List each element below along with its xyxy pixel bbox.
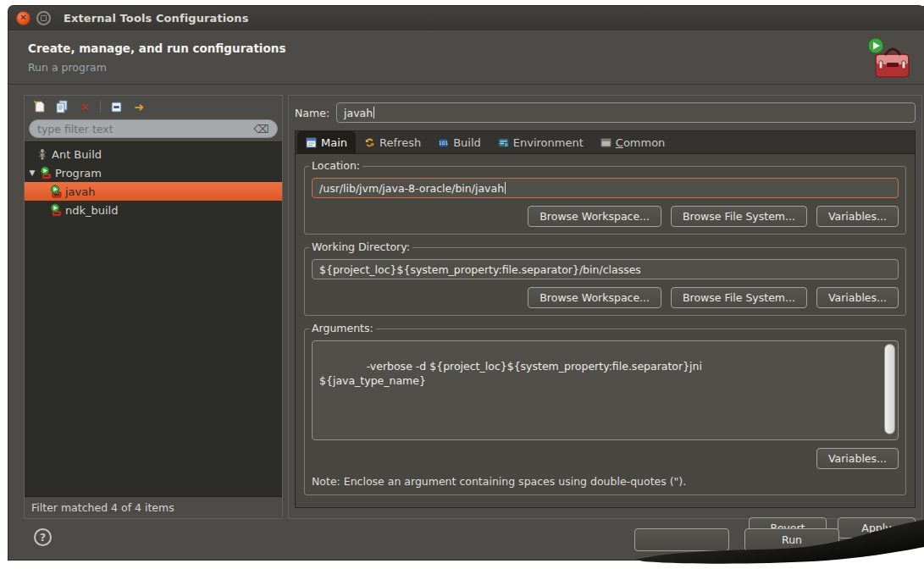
window-restore-button[interactable]: [36, 11, 51, 25]
arguments-group-label: Arguments:: [309, 322, 376, 334]
expander-icon[interactable]: ▼: [26, 168, 38, 177]
workdir-browse-filesystem-button[interactable]: Browse File System...: [671, 287, 807, 308]
tab-label: Build: [453, 136, 481, 149]
tab-strip: Main Refresh 101 Buil: [295, 130, 916, 153]
filter-status: Filter matched 4 of 4 items: [25, 497, 282, 518]
svg-text:101: 101: [439, 140, 449, 146]
workdir-variables-button[interactable]: Variables...: [816, 287, 899, 308]
location-buttons: Browse Workspace... Browse File System..…: [312, 206, 899, 227]
filter-clear-icon[interactable]: ⌫: [254, 124, 269, 135]
main-tab-content: Location: /usr/lib/jvm/java-8-oracle/bin…: [295, 153, 916, 508]
filter-configurations-button[interactable]: ➜: [131, 99, 147, 114]
help-button[interactable]: ?: [34, 528, 52, 546]
tree-item-label: Program: [55, 167, 102, 180]
text-caret: [373, 107, 374, 119]
text-caret: [505, 182, 506, 194]
working-directory-value: ${project_loc}${system_property:file.sep…: [319, 263, 641, 276]
main-tab-icon: [306, 137, 317, 148]
dialog-header: Create, manage, and run configurations R…: [8, 30, 924, 85]
collapse-all-button[interactable]: [108, 99, 124, 114]
tree-item-ndk-build[interactable]: ndk_build: [25, 201, 282, 219]
tab-label-mnemonic: C: [616, 136, 623, 149]
delete-configuration-button[interactable]: ✕: [77, 99, 92, 114]
program-icon: [48, 185, 63, 198]
refresh-tab-icon: [364, 137, 375, 148]
tab-environment[interactable]: Environment: [490, 131, 592, 153]
working-directory-group-label: Working Directory:: [309, 240, 412, 253]
tab-main[interactable]: Main: [297, 131, 356, 153]
help-icon: ?: [40, 531, 47, 544]
location-input[interactable]: /usr/lib/jvm/java-8-oracle/bin/javah: [312, 178, 899, 198]
tree-item-label: Ant Build: [52, 148, 102, 161]
window-title: External Tools Configurations: [64, 12, 249, 25]
name-input[interactable]: javah: [336, 102, 916, 123]
external-tools-dialog: ✕ External Tools Configurations Create, …: [8, 6, 924, 560]
screenshot-page: ✕ External Tools Configurations Create, …: [0, 0, 924, 569]
tab-common[interactable]: Common: [592, 131, 674, 153]
tree-item-ant-build[interactable]: Ant Build: [25, 145, 282, 163]
duplicate-configuration-button[interactable]: [54, 99, 69, 114]
configurations-tree: Ant Build ▼ Program: [25, 141, 282, 497]
location-group: Location: /usr/lib/jvm/java-8-oracle/bin…: [304, 166, 906, 235]
apply-button[interactable]: Apply: [838, 517, 916, 539]
tab-refresh[interactable]: Refresh: [356, 131, 429, 153]
working-directory-input[interactable]: ${project_loc}${system_property:file.sep…: [312, 259, 899, 279]
filter-input[interactable]: [37, 123, 254, 135]
configuration-detail-panel: Name: javah Main: [288, 95, 922, 519]
tree-item-javah[interactable]: javah: [25, 182, 282, 201]
titlebar: ✕ External Tools Configurations: [8, 6, 924, 30]
location-browse-workspace-button[interactable]: Browse Workspace...: [528, 206, 661, 227]
tab-label: Environment: [513, 136, 584, 149]
name-value: javah: [344, 107, 373, 119]
arguments-scrollbar[interactable]: [884, 344, 895, 434]
arguments-note: Note: Enclose an argument containing spa…: [312, 475, 899, 488]
filter-box: ⌫: [29, 119, 278, 138]
working-directory-buttons: Browse Workspace... Browse File System..…: [312, 287, 899, 308]
close-button[interactable]: [634, 528, 729, 551]
location-value: /usr/lib/jvm/java-8-oracle/bin/javah: [319, 182, 504, 195]
arguments-value: -verbose -d ${project_loc}${system_prope…: [319, 360, 702, 388]
tab-build[interactable]: 101 Build: [429, 131, 490, 153]
name-label: Name:: [295, 107, 329, 119]
window-close-button[interactable]: ✕: [16, 11, 30, 25]
ant-icon: [35, 147, 49, 161]
tab-label: Refresh: [379, 136, 421, 149]
location-group-label: Location:: [309, 159, 362, 172]
location-variables-button[interactable]: Variables...: [816, 206, 899, 227]
delete-icon: ✕: [80, 102, 90, 113]
header-title: Create, manage, and run configurations: [28, 41, 910, 55]
filter-arrow-icon: ➜: [134, 101, 144, 113]
tree-item-label: ndk_build: [65, 204, 119, 217]
new-document-icon: [33, 100, 46, 113]
tab-label: Main: [321, 136, 347, 149]
arguments-textarea[interactable]: -verbose -d ${project_loc}${system_prope…: [312, 340, 899, 440]
dialog-body: ✕ ➜: [8, 86, 924, 560]
duplicate-icon: [55, 100, 69, 113]
working-directory-group: Working Directory: ${project_loc}${syste…: [304, 247, 906, 316]
run-button[interactable]: Run: [744, 528, 839, 551]
location-browse-filesystem-button[interactable]: Browse File System...: [671, 206, 807, 227]
arguments-buttons: Variables...: [312, 448, 899, 469]
new-configuration-button[interactable]: [31, 99, 47, 114]
toolbar-separator: [100, 101, 101, 113]
configurations-toolbar: ✕ ➜: [25, 96, 282, 118]
arguments-variables-button[interactable]: Variables...: [816, 448, 899, 469]
header-subtitle: Run a program: [28, 61, 910, 74]
tab-label: Common: [616, 136, 666, 149]
workdir-browse-workspace-button[interactable]: Browse Workspace...: [528, 287, 661, 308]
program-icon: [38, 166, 53, 180]
build-tab-icon: 101: [438, 137, 449, 148]
arguments-group: Arguments: -verbose -d ${project_loc}${s…: [304, 329, 906, 495]
environment-tab-icon: [498, 137, 509, 148]
configurations-panel: ✕ ➜: [24, 95, 283, 519]
filter-field-wrap: ⌫: [29, 119, 278, 138]
program-icon: [48, 203, 63, 217]
collapse-all-icon: [110, 101, 123, 113]
tab-label-rest: ommon: [623, 136, 665, 149]
tree-item-program[interactable]: ▼ Program: [25, 163, 282, 182]
name-row: Name: javah: [295, 102, 916, 123]
tree-item-label: javah: [65, 185, 95, 198]
external-tools-toolbox-icon: [866, 37, 912, 81]
common-tab-icon: [600, 137, 611, 148]
close-icon: ✕: [19, 14, 26, 22]
